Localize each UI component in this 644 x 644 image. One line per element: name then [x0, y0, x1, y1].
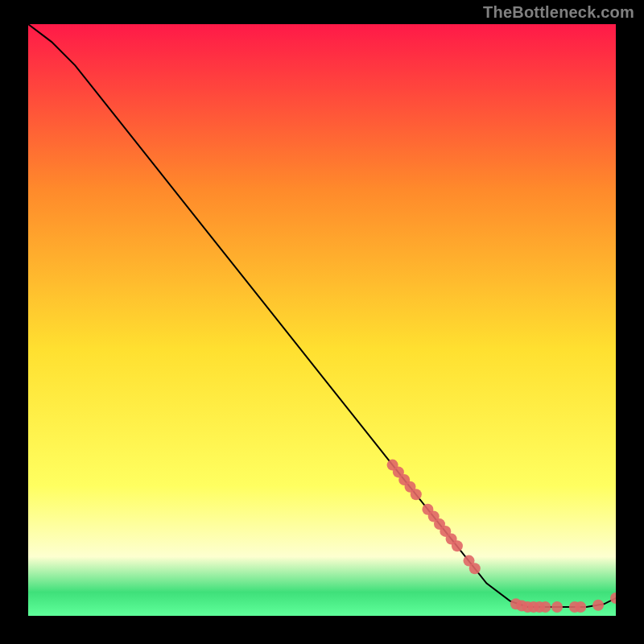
chart-svg [28, 24, 616, 616]
data-marker [575, 601, 586, 613]
gradient-background [28, 24, 616, 616]
chart-frame: TheBottleneck.com [0, 0, 644, 644]
data-marker [411, 489, 422, 500]
data-marker [469, 563, 481, 574]
data-marker [551, 601, 563, 613]
plot-area [28, 24, 616, 616]
data-marker [592, 600, 604, 611]
data-marker [539, 601, 551, 613]
data-marker [452, 540, 463, 551]
attribution-label: TheBottleneck.com [483, 3, 634, 22]
